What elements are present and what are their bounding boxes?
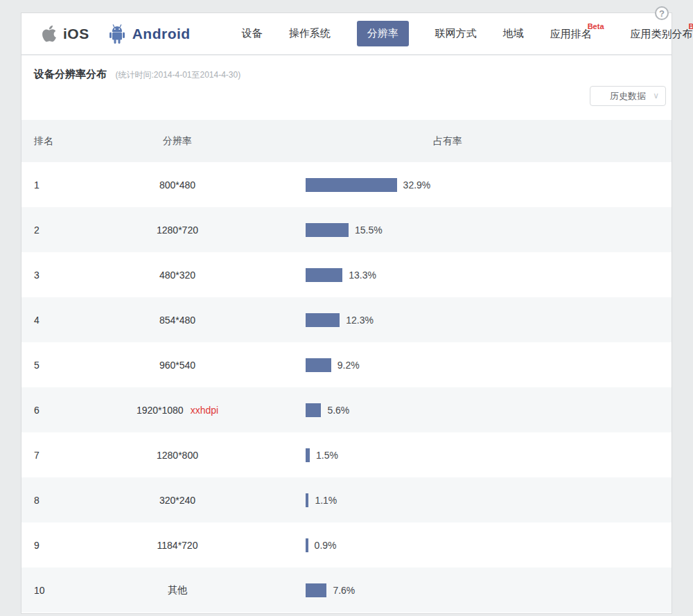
rank-cell: 6 xyxy=(21,405,98,416)
ios-tab-label: iOS xyxy=(63,26,89,42)
top-navbar: iOS xyxy=(21,13,672,55)
nav-item-app-ranking[interactable]: 应用排名Beta xyxy=(550,26,604,41)
beta-badge: Beta xyxy=(689,22,693,30)
history-data-value: 历史数据 xyxy=(610,90,646,103)
nav-item-label: 应用类别分布 xyxy=(631,28,693,39)
col-header-rank: 排名 xyxy=(21,135,98,148)
share-bar xyxy=(306,538,308,552)
share-value: 0.9% xyxy=(315,540,337,551)
tab-ios[interactable]: iOS xyxy=(41,24,89,43)
nav-item-network[interactable]: 联网方式 xyxy=(435,27,477,40)
col-header-resolution: 分辨率 xyxy=(98,135,257,148)
share-value: 15.5% xyxy=(355,225,383,236)
resolution-value: 1280*720 xyxy=(157,225,198,236)
page-title: 设备分辨率分布 xyxy=(34,68,107,81)
resolution-cell: 960*540 xyxy=(98,360,257,371)
share-cell: 32.9% xyxy=(306,178,672,192)
rank-cell: 9 xyxy=(21,540,98,551)
android-tab-label: Android xyxy=(132,26,191,42)
nav-item-label: 操作系统 xyxy=(289,27,331,39)
resolution-value: 其他 xyxy=(168,584,187,595)
nav-item-label: 应用排名 xyxy=(550,28,592,39)
resolution-cell: 480*320 xyxy=(98,270,257,281)
resolution-cell: 854*480 xyxy=(98,315,257,326)
table-row: 4 854*480 12.3% xyxy=(21,297,672,342)
apple-icon xyxy=(41,24,58,43)
share-bar xyxy=(306,223,349,237)
rank-cell: 8 xyxy=(21,495,98,506)
rank-cell: 4 xyxy=(21,315,98,326)
rank-cell: 5 xyxy=(21,360,98,371)
section-head: 设备分辨率分布 (统计时间:2014-4-01至2014-4-30) 历史数据 … xyxy=(21,55,672,120)
share-bar xyxy=(306,448,310,462)
resolution-value: 854*480 xyxy=(159,315,195,326)
nav-item-app-category[interactable]: 应用类别分布Beta xyxy=(631,26,693,41)
table-row: 6 1920*1080xxhdpi 5.6% xyxy=(21,387,672,432)
rank-cell: 7 xyxy=(21,450,98,461)
nav-item-label: 设备 xyxy=(242,27,263,39)
nav-item-devices[interactable]: 设备 xyxy=(242,27,263,40)
resolution-cell: 320*240 xyxy=(98,495,257,506)
share-value: 5.6% xyxy=(327,405,349,416)
resolution-cell: 800*480 xyxy=(98,179,257,191)
history-data-select[interactable]: 历史数据 ∨ xyxy=(590,86,666,106)
resolution-value: 1184*720 xyxy=(157,540,198,551)
share-cell: 12.3% xyxy=(306,313,672,327)
chevron-down-icon: ∨ xyxy=(653,91,659,100)
tab-android[interactable]: Android xyxy=(107,24,191,44)
resolution-value: 320*240 xyxy=(159,495,195,506)
android-icon xyxy=(107,24,127,44)
nav-links: 设备操作系统分辨率联网方式地域应用排名Beta应用类别分布Beta xyxy=(216,21,693,46)
resolution-value: 480*320 xyxy=(159,270,195,281)
table-row: 1 800*480 32.9% xyxy=(21,162,672,207)
table-row: 2 1280*720 15.5% xyxy=(21,207,672,252)
share-bar xyxy=(306,268,342,282)
share-value: 7.6% xyxy=(333,585,355,596)
nav-item-label: 联网方式 xyxy=(435,27,477,39)
resolution-value: 1920*1080 xyxy=(137,405,184,416)
share-value: 12.3% xyxy=(346,315,374,326)
nav-item-os[interactable]: 操作系统 xyxy=(289,27,331,40)
share-bar xyxy=(306,493,308,507)
table-row: 8 320*240 1.1% xyxy=(21,477,672,522)
share-bar xyxy=(306,403,321,417)
resolution-note: xxhdpi xyxy=(191,405,218,416)
rank-cell: 3 xyxy=(21,270,98,281)
table-row: 10 其他 7.6% xyxy=(21,567,672,613)
share-cell: 7.6% xyxy=(306,583,672,597)
stats-period: (统计时间:2014-4-01至2014-4-30) xyxy=(115,70,240,80)
beta-badge: Beta xyxy=(588,22,604,30)
share-value: 13.3% xyxy=(349,270,376,281)
table-row: 3 480*320 13.3% xyxy=(21,252,672,297)
share-cell: 1.1% xyxy=(306,493,672,507)
rank-cell: 2 xyxy=(21,225,98,236)
resolution-cell: 1280*800 xyxy=(98,450,257,461)
nav-item-label: 分辨率 xyxy=(367,27,398,39)
table-row: 5 960*540 9.2% xyxy=(21,342,672,387)
rank-cell: 10 xyxy=(21,585,98,596)
rank-cell: 1 xyxy=(21,179,98,191)
resolution-value: 1280*800 xyxy=(157,450,198,461)
share-cell: 0.9% xyxy=(306,538,672,552)
share-cell: 15.5% xyxy=(306,223,672,237)
share-value: 9.2% xyxy=(337,360,360,371)
col-header-share: 占有率 xyxy=(306,135,672,148)
nav-item-resolution[interactable]: 分辨率 xyxy=(357,21,409,46)
share-bar xyxy=(306,313,340,327)
share-bar xyxy=(306,358,331,372)
share-value: 1.5% xyxy=(316,450,338,461)
resolution-cell: 1920*1080xxhdpi xyxy=(98,405,257,416)
resolution-cell: 其他 xyxy=(98,584,257,597)
resolution-cell: 1184*720 xyxy=(98,540,257,551)
table-row: 9 1184*720 0.9% xyxy=(21,522,672,567)
share-value: 1.1% xyxy=(315,495,337,506)
nav-item-label: 地域 xyxy=(503,27,524,39)
help-icon[interactable]: ? xyxy=(655,6,669,20)
nav-item-region[interactable]: 地域 xyxy=(503,27,524,40)
share-cell: 1.5% xyxy=(306,448,672,462)
resolution-value: 800*480 xyxy=(159,179,195,191)
share-cell: 9.2% xyxy=(306,358,672,372)
share-cell: 5.6% xyxy=(306,403,672,417)
share-cell: 13.3% xyxy=(306,268,672,282)
resolution-cell: 1280*720 xyxy=(98,225,257,236)
